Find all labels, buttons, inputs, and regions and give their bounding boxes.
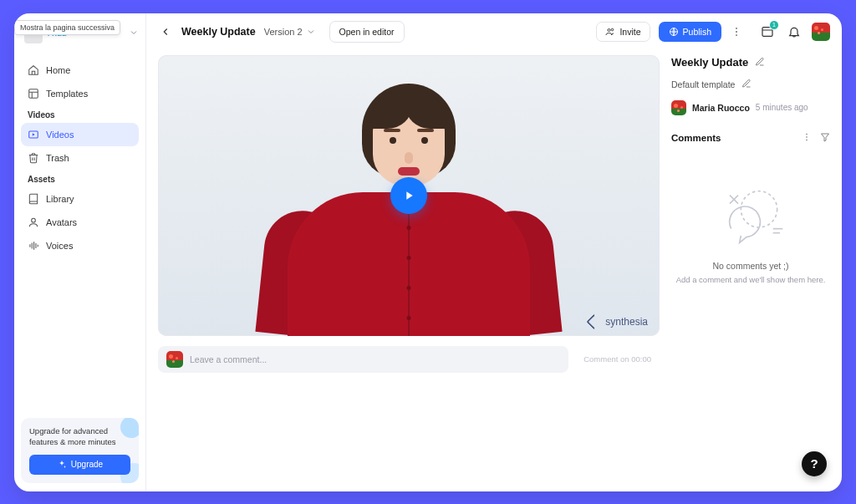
edit-template-button[interactable] [741,77,752,92]
upgrade-button-label: Upgrade [71,460,103,469]
templates-icon [28,88,39,99]
people-icon [605,27,615,37]
nav-trash-label: Trash [46,153,69,163]
template-name: Default template [671,79,735,89]
video-watermark: synthesia [588,316,648,328]
time-ago: 5 minutes ago [756,103,808,112]
nav-home-label: Home [46,65,70,75]
svg-point-11 [608,28,610,31]
nav-templates[interactable]: Templates [21,82,139,105]
more-menu-button[interactable] [730,26,743,38]
user-avatar[interactable] [812,23,830,41]
comment-input[interactable] [190,354,560,364]
invite-button[interactable]: Invite [596,22,650,42]
details-panel: Weekly Update Default template Maria Ruo… [671,55,830,480]
nav-avatars-label: Avatars [46,217,77,227]
voices-icon [28,240,39,252]
globe-icon [669,27,679,37]
comment-input-wrapper [158,346,568,373]
notifications-button[interactable] [785,23,803,41]
svg-point-14 [736,27,737,28]
home-icon [28,64,39,76]
avatars-icon [28,216,39,228]
comments-empty-state: No comments yet ;) Add a comment and we'… [671,177,830,285]
main: Weekly Update Version 2 Open in editor I… [146,13,842,491]
publish-button[interactable]: Publish [659,22,721,42]
comment-timestamp-hint: Comment on 00:00 [575,354,660,364]
bell-icon [787,25,801,38]
open-in-editor-button[interactable]: Open in editor [329,21,405,43]
library-icon [28,193,39,205]
svg-rect-0 [29,89,38,98]
comment-avatar [166,351,183,368]
version-label: Version 2 [264,27,303,37]
nav-library-label: Library [46,194,74,204]
svg-point-15 [736,31,737,33]
author-avatar [671,100,686,115]
nav-library[interactable]: Library [21,187,139,211]
svg-marker-4 [33,133,35,136]
upgrade-card: Upgrade for advanced features & more min… [21,418,139,483]
comments-heading: Comments [671,133,721,143]
nav-voices[interactable]: Voices [21,234,139,257]
comments-filter-button[interactable] [820,130,830,145]
nav-templates-label: Templates [46,89,88,99]
nav-videos-label: Videos [46,130,74,140]
sparkle-icon [57,460,67,470]
version-selector[interactable]: Version 2 [264,27,316,37]
publish-label: Publish [683,27,711,37]
back-button[interactable] [158,24,173,39]
empty-title: No comments yet ;) [712,261,788,271]
author-name: Maria Ruocco [692,103,750,113]
watermark-text: synthesia [605,316,648,328]
filter-icon [820,132,830,142]
nav-avatars[interactable]: Avatars [21,211,139,234]
pencil-icon [741,79,752,89]
notification-badge: 1 [769,20,779,30]
details-title: Weekly Update [671,56,748,69]
nav-home[interactable]: Home [21,59,139,82]
next-page-tooltip: Mostra la pagina successiva [14,20,120,35]
nav-trash[interactable]: Trash [21,146,139,170]
kebab-icon [802,132,812,142]
svg-point-20 [806,133,808,135]
video-player[interactable]: synthesia [158,55,660,336]
svg-point-24 [741,191,777,227]
nav-videos[interactable]: Videos [21,123,139,146]
pencil-icon [755,57,765,67]
inbox-button[interactable]: 1 [758,23,777,41]
invite-label: Invite [619,27,640,37]
svg-point-5 [32,218,36,222]
play-icon [402,189,415,202]
svg-point-21 [806,136,808,138]
nav-heading-assets: Assets [21,170,139,187]
nav-heading-videos: Videos [21,105,139,123]
chevron-down-icon [129,28,139,40]
synthesia-logo-icon [586,313,603,330]
help-button[interactable]: ? [802,451,827,476]
videos-icon [28,129,39,140]
nav-voices-label: Voices [46,241,73,251]
svg-point-16 [736,34,737,36]
play-button[interactable] [390,177,427,214]
empty-comments-illustration [709,177,792,252]
topbar: Weekly Update Version 2 Open in editor I… [146,13,842,50]
chevron-down-icon [306,27,316,37]
svg-marker-23 [822,134,829,141]
comments-more-button[interactable] [802,130,812,145]
upgrade-text: Upgrade for advanced features & more min… [29,426,121,448]
svg-point-22 [806,139,808,140]
trash-icon [28,152,39,164]
sidebar: Mostra la pagina successiva FREE Home [14,13,146,491]
page-title: Weekly Update [181,26,256,38]
empty-subtitle: Add a comment and we'll show them here. [676,274,826,285]
svg-marker-19 [406,191,412,199]
svg-point-12 [612,28,614,31]
edit-title-button[interactable] [755,55,765,70]
upgrade-button[interactable]: Upgrade [29,455,130,475]
